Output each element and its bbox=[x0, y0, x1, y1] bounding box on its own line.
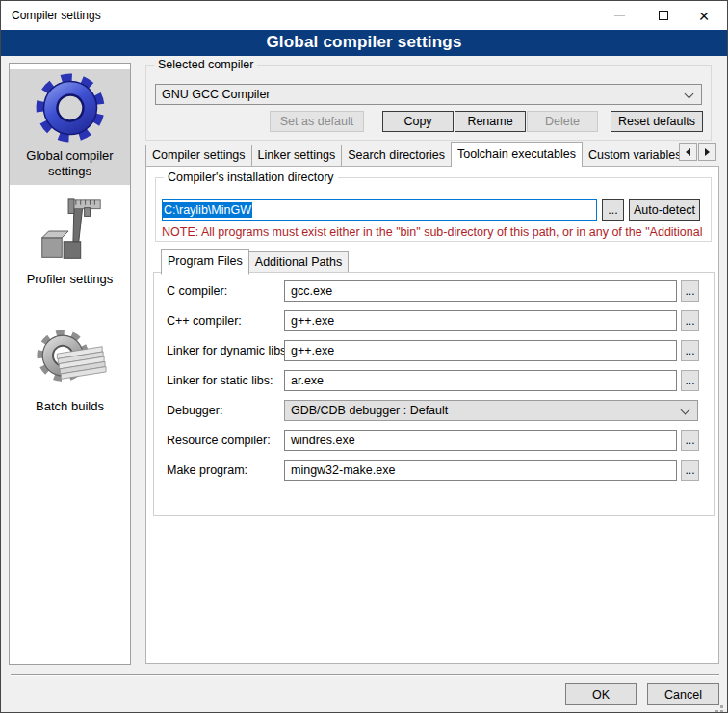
group-label: Selected compiler bbox=[154, 58, 257, 71]
selected-compiler-combobox[interactable]: GNU GCC Compiler bbox=[155, 84, 702, 105]
tab-program-files[interactable]: Program Files bbox=[161, 249, 249, 275]
field-label: Resource compiler: bbox=[167, 430, 271, 451]
tab-additional-paths[interactable]: Additional Paths bbox=[249, 251, 349, 274]
chevron-down-icon bbox=[681, 406, 690, 415]
field-value: windres.exe bbox=[291, 434, 355, 447]
arrow-left-icon bbox=[686, 148, 690, 156]
browse-directory-button[interactable]: ... bbox=[602, 199, 624, 221]
field-value: g++.exe bbox=[291, 344, 334, 357]
settings-category-list: Global compiler settings Profiler settin… bbox=[9, 63, 131, 665]
selected-compiler-group: Selected compiler GNU GCC Compiler Set a… bbox=[145, 65, 712, 141]
sidebar-item-label: Batch builds bbox=[10, 397, 130, 420]
tab-custom-variables[interactable]: Custom variables bbox=[583, 145, 679, 167]
page-title: Global compiler settings bbox=[1, 30, 727, 55]
bin-subdirectory-note: NOTE: All programs must exist either in … bbox=[162, 225, 707, 239]
rename-button[interactable]: Rename bbox=[455, 111, 526, 132]
set-as-default-button[interactable]: Set as default bbox=[270, 111, 364, 132]
field-label: Make program: bbox=[167, 460, 247, 481]
debugger-select[interactable]: GDB/CDB debugger : Default bbox=[284, 400, 698, 421]
maximize-button[interactable] bbox=[644, 1, 683, 30]
window-title: Compiler settings bbox=[12, 1, 101, 30]
blue-gear-icon bbox=[32, 69, 109, 146]
field-label: C compiler: bbox=[167, 280, 227, 302]
chevron-down-icon bbox=[685, 90, 694, 99]
field-label: Linker for static libs: bbox=[167, 370, 273, 391]
compiler-settings-dialog: Compiler settings × Global compiler sett… bbox=[0, 0, 728, 713]
tab-scroll-right-button[interactable] bbox=[698, 143, 716, 161]
ok-button[interactable]: OK bbox=[565, 683, 637, 705]
program-tabs: Program Files Additional Paths bbox=[161, 249, 349, 274]
browse-linker-static-button[interactable]: ... bbox=[681, 370, 699, 391]
browse-resource-compiler-button[interactable]: ... bbox=[681, 430, 699, 451]
tab-compiler-settings[interactable]: Compiler settings bbox=[145, 145, 251, 167]
field-label: Linker for dynamic libs: bbox=[167, 340, 290, 361]
tab-toolchain-executables[interactable]: Toolchain executables bbox=[451, 142, 583, 167]
compiler-tabs: Compiler settings Linker settings Search… bbox=[145, 142, 679, 167]
selected-compiler-value: GNU GCC Compiler bbox=[162, 88, 271, 101]
sidebar-item-label: Global compiler settings bbox=[10, 146, 130, 185]
field-value: mingw32-make.exe bbox=[291, 463, 395, 477]
maximize-icon bbox=[659, 11, 668, 20]
close-icon: × bbox=[698, 7, 709, 25]
cancel-button[interactable]: Cancel bbox=[647, 683, 719, 705]
field-value: g++.exe bbox=[291, 314, 334, 328]
profiler-caliper-icon bbox=[33, 195, 108, 270]
sidebar-item-global-compiler-settings[interactable]: Global compiler settings bbox=[10, 69, 130, 185]
browse-make-program-button[interactable]: ... bbox=[681, 460, 699, 481]
tab-scroll-left-button[interactable] bbox=[679, 143, 697, 161]
installation-directory-input[interactable]: C:\raylib\MinGW bbox=[162, 199, 597, 221]
dialog-header: Global compiler settings bbox=[1, 30, 727, 56]
program-files-page: C compiler: gcc.exe ... C++ compiler: g+… bbox=[153, 272, 715, 516]
reset-defaults-button[interactable]: Reset defaults bbox=[611, 111, 703, 132]
auto-detect-button[interactable]: Auto-detect bbox=[629, 199, 700, 221]
copy-button[interactable]: Copy bbox=[382, 111, 454, 132]
minimize-button[interactable] bbox=[600, 1, 638, 30]
tab-linker-settings[interactable]: Linker settings bbox=[251, 145, 342, 167]
make-program-field[interactable]: mingw32-make.exe bbox=[284, 460, 677, 481]
batch-builds-icon bbox=[33, 322, 108, 397]
field-label: C++ compiler: bbox=[167, 310, 242, 331]
c-compiler-field[interactable]: gcc.exe bbox=[284, 280, 677, 302]
sidebar-item-label: Profiler settings bbox=[10, 270, 130, 293]
tab-search-directories[interactable]: Search directories bbox=[341, 145, 451, 167]
resize-grip[interactable] bbox=[720, 705, 723, 708]
minimize-icon bbox=[614, 15, 625, 16]
sidebar-item-batch-builds[interactable]: Batch builds bbox=[10, 322, 130, 420]
field-label: Debugger: bbox=[167, 400, 222, 421]
field-value: ar.exe bbox=[291, 374, 324, 387]
sidebar-item-profiler-settings[interactable]: Profiler settings bbox=[10, 195, 130, 293]
footer-divider bbox=[11, 674, 719, 676]
browse-cpp-compiler-button[interactable]: ... bbox=[681, 310, 699, 331]
resource-compiler-field[interactable]: windres.exe bbox=[284, 430, 677, 451]
field-value: GDB/CDB debugger : Default bbox=[291, 404, 448, 417]
installation-directory-group: Compiler's installation directory C:\ray… bbox=[155, 177, 712, 242]
delete-button[interactable]: Delete bbox=[527, 111, 598, 132]
browse-linker-dynamic-button[interactable]: ... bbox=[681, 340, 699, 361]
cpp-compiler-field[interactable]: g++.exe bbox=[284, 310, 677, 331]
selected-path-text: C:\raylib\MinGW bbox=[163, 202, 252, 218]
field-value: gcc.exe bbox=[291, 284, 332, 298]
toolchain-executables-page: Compiler's installation directory C:\ray… bbox=[145, 166, 719, 664]
title-bar[interactable]: Compiler settings × bbox=[1, 1, 727, 30]
arrow-right-icon bbox=[705, 148, 710, 156]
browse-c-compiler-button[interactable]: ... bbox=[681, 280, 699, 302]
linker-static-field[interactable]: ar.exe bbox=[284, 370, 677, 391]
group-label: Compiler's installation directory bbox=[164, 171, 338, 184]
close-button[interactable]: × bbox=[685, 1, 723, 30]
linker-dynamic-field[interactable]: g++.exe bbox=[284, 340, 677, 361]
